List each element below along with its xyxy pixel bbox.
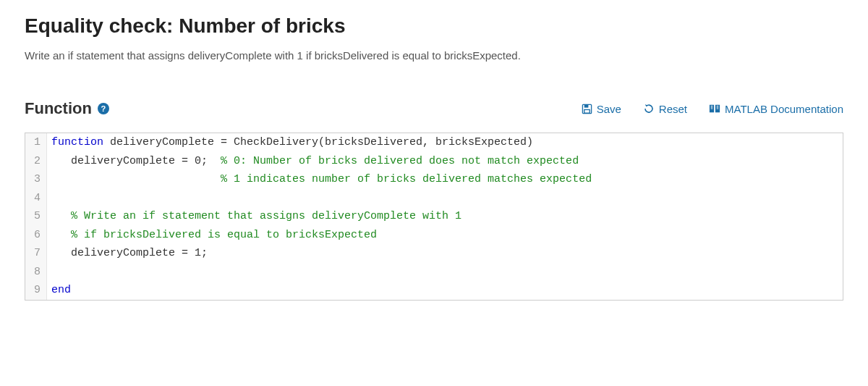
line-number: 4 bbox=[25, 189, 47, 208]
code-text[interactable]: deliveryComplete = 1; bbox=[47, 244, 208, 263]
function-header-row: Function ? Save Reset MATLAB Documentati… bbox=[25, 99, 843, 118]
line-number: 7 bbox=[25, 244, 47, 263]
code-line[interactable]: 1function deliveryComplete = CheckDelive… bbox=[25, 133, 843, 152]
line-number: 2 bbox=[25, 152, 47, 171]
code-text[interactable]: function deliveryComplete = CheckDeliver… bbox=[47, 133, 533, 152]
code-line[interactable]: 5 % Write an if statement that assigns d… bbox=[25, 207, 843, 226]
reset-button[interactable]: Reset bbox=[643, 103, 687, 115]
instructions-text: Write an if statement that assigns deliv… bbox=[25, 49, 843, 62]
docs-link[interactable]: MATLAB Documentation bbox=[709, 103, 843, 115]
line-number: 9 bbox=[25, 281, 47, 300]
line-number: 6 bbox=[25, 226, 47, 245]
code-line[interactable]: 2 deliveryComplete = 0; % 0: Number of b… bbox=[25, 152, 843, 171]
reset-label: Reset bbox=[659, 103, 687, 115]
reset-icon bbox=[643, 103, 655, 114]
code-line[interactable]: 7 deliveryComplete = 1; bbox=[25, 244, 843, 263]
code-line[interactable]: 3 % 1 indicates number of bricks deliver… bbox=[25, 170, 843, 189]
code-text[interactable] bbox=[47, 189, 58, 208]
code-line[interactable]: 9end bbox=[25, 281, 843, 300]
book-icon bbox=[709, 104, 720, 114]
save-label: Save bbox=[597, 103, 621, 115]
code-text[interactable]: % if bricksDelivered is equal to bricksE… bbox=[47, 226, 377, 245]
help-icon[interactable]: ? bbox=[98, 103, 109, 114]
save-button[interactable]: Save bbox=[582, 103, 621, 115]
code-line[interactable]: 4 bbox=[25, 189, 843, 208]
save-icon bbox=[582, 104, 592, 114]
docs-label: MATLAB Documentation bbox=[725, 103, 843, 115]
line-number: 8 bbox=[25, 263, 47, 282]
svg-rect-1 bbox=[584, 104, 588, 107]
line-number: 5 bbox=[25, 207, 47, 226]
code-text[interactable]: % Write an if statement that assigns del… bbox=[47, 207, 461, 226]
code-text[interactable] bbox=[47, 263, 58, 282]
line-number: 3 bbox=[25, 170, 47, 189]
code-text[interactable]: % 1 indicates number of bricks delivered… bbox=[47, 170, 592, 189]
code-text[interactable]: deliveryComplete = 0; % 0: Number of bri… bbox=[47, 152, 579, 171]
line-number: 1 bbox=[25, 133, 47, 152]
page-title: Equality check: Number of bricks bbox=[25, 14, 843, 38]
code-line[interactable]: 8 bbox=[25, 263, 843, 282]
code-editor[interactable]: 1function deliveryComplete = CheckDelive… bbox=[25, 133, 843, 301]
code-text[interactable]: end bbox=[47, 281, 71, 300]
svg-rect-2 bbox=[584, 109, 590, 113]
code-line[interactable]: 6 % if bricksDelivered is equal to brick… bbox=[25, 226, 843, 245]
action-bar: Save Reset MATLAB Documentation bbox=[582, 103, 843, 115]
function-label: Function bbox=[25, 99, 92, 118]
